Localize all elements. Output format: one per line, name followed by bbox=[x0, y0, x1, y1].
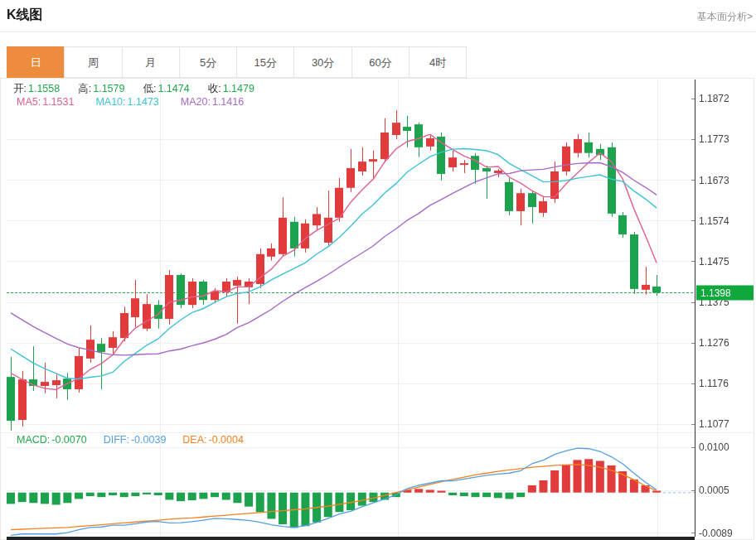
tab-5min[interactable]: 5分 bbox=[179, 46, 237, 78]
ohlc-info-bar: 开:1.1558 高:1.1579 低:1.1474 收:1.1479 bbox=[13, 82, 254, 96]
kline-chart-canvas[interactable] bbox=[0, 0, 756, 540]
tab-30min[interactable]: 30分 bbox=[293, 46, 351, 78]
ma10-readout: MA10:1.1473 bbox=[95, 96, 158, 108]
ma-info-bar: MA5:1.1531 MA10:1.1473 MA20:1.1416 bbox=[17, 96, 244, 108]
high-readout: 高:1.1579 bbox=[78, 82, 124, 96]
ma20-readout: MA20:1.1416 bbox=[181, 96, 244, 108]
fundamental-analysis-link[interactable]: 基本面分析> bbox=[697, 10, 753, 24]
close-readout: 收:1.1479 bbox=[208, 82, 254, 96]
dea-readout: DEA:-0.0004 bbox=[182, 434, 244, 446]
tab-day[interactable]: 日 bbox=[7, 46, 65, 78]
macd-info-bar: MACD:-0.0070 DIFF:-0.0039 DEA:-0.0004 bbox=[17, 434, 244, 446]
header-divider bbox=[0, 31, 756, 32]
tab-month[interactable]: 月 bbox=[122, 46, 180, 78]
tab-week[interactable]: 周 bbox=[64, 46, 122, 78]
kline-module: K线图 基本面分析> 日 周 月 5分 15分 30分 60分 4时 开:1.1… bbox=[0, 0, 756, 540]
low-readout: 低:1.1474 bbox=[143, 82, 189, 96]
period-tabs: 日 周 月 5分 15分 30分 60分 4时 bbox=[7, 46, 467, 78]
tab-60min[interactable]: 60分 bbox=[351, 46, 410, 78]
macd-readout: MACD:-0.0070 bbox=[17, 434, 87, 446]
diff-readout: DIFF:-0.0039 bbox=[104, 434, 167, 446]
tab-4hour[interactable]: 4时 bbox=[409, 46, 467, 78]
ma5-readout: MA5:1.1531 bbox=[17, 96, 74, 108]
open-readout: 开:1.1558 bbox=[13, 82, 60, 96]
page-title: K线图 bbox=[7, 7, 43, 24]
tab-15min[interactable]: 15分 bbox=[236, 46, 294, 78]
